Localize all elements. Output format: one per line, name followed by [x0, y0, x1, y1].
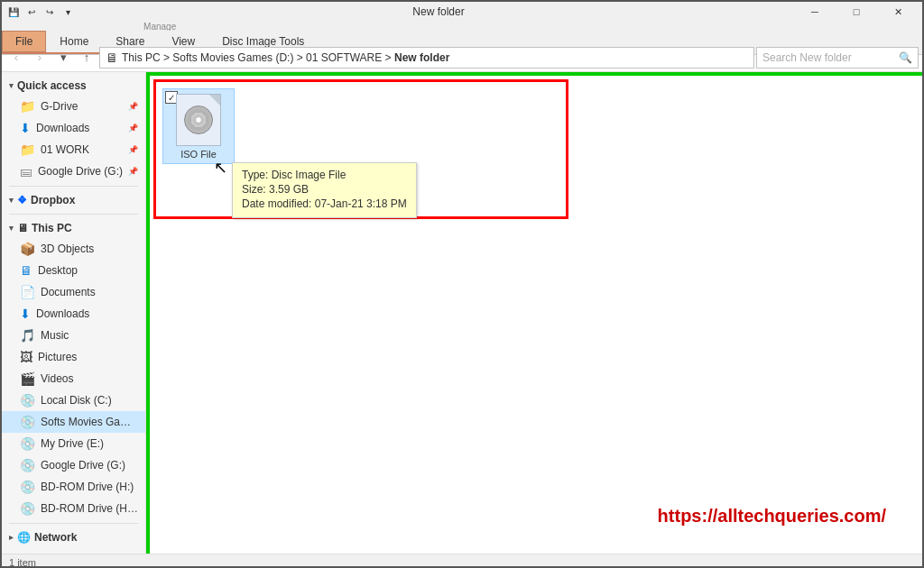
- 01-work-pin-icon: 📌: [128, 145, 138, 154]
- videos-label: Videos: [41, 372, 73, 385]
- window-title: New folder: [83, 5, 794, 18]
- file-tooltip: Type: Disc Image File Size: 3.59 GB Date…: [232, 162, 417, 218]
- sidebar-item-3d-objects[interactable]: 📦 3D Objects: [2, 238, 145, 260]
- disc-icon: [184, 105, 213, 134]
- sidebar-item-bd-rom-h-w[interactable]: 💿 BD-ROM Drive (H:) W: [2, 498, 145, 519]
- sidebar: ▾ Quick access 📁 G-Drive 📌 ⬇ Downloads 📌…: [2, 72, 146, 554]
- 01-work-label: 01 WORK: [41, 143, 89, 156]
- desktop-icon: 🖥: [20, 263, 32, 278]
- iso-file-item[interactable]: ✓ ISO File: [162, 88, 235, 164]
- title-bar: 💾 ↩ ↪ ▾ New folder ─ □ ✕ Manage File Hom…: [2, 2, 922, 43]
- sidebar-item-my-drive-e[interactable]: 💿 My Drive (E:): [2, 433, 145, 454]
- softs-movies-games-label: Softs Movies Games: [41, 416, 138, 428]
- qat-dropdown[interactable]: ▾: [60, 4, 76, 20]
- google-drive-label: Google Drive (G:): [38, 165, 123, 178]
- sidebar-item-g-drive[interactable]: 📁 G-Drive 📌: [2, 96, 145, 117]
- breadcrumb-folder-icon: 🖥: [106, 50, 118, 65]
- forward-button[interactable]: ›: [29, 47, 51, 69]
- sidebar-item-bd-rom-h[interactable]: 💿 BD-ROM Drive (H:): [2, 476, 145, 498]
- google-drive-g-label: Google Drive (G:): [41, 459, 125, 472]
- search-placeholder: Search New folder: [762, 51, 852, 64]
- sidebar-item-google-drive-g[interactable]: 💿 Google Drive (G:): [2, 454, 145, 476]
- downloads-pc-label: Downloads: [36, 307, 89, 320]
- sidebar-section-quick-access[interactable]: ▾ Quick access: [2, 76, 145, 96]
- file-icon-container: [171, 93, 226, 147]
- quick-access-label: Quick access: [17, 79, 87, 92]
- sidebar-item-downloads[interactable]: ⬇ Downloads 📌: [2, 117, 145, 139]
- videos-icon: 🎬: [20, 371, 35, 386]
- g-drive-pin-icon: 📌: [128, 102, 138, 111]
- local-disk-c-icon: 💿: [20, 393, 35, 408]
- breadcrumb: This PC > Softs Movies Games (D:) > 01 S…: [122, 51, 449, 64]
- sidebar-item-desktop[interactable]: 🖥 Desktop: [2, 260, 145, 281]
- my-drive-e-label: My Drive (E:): [41, 437, 104, 450]
- sidebar-divider-3: [9, 523, 138, 524]
- sidebar-item-01-work[interactable]: 📁 01 WORK 📌: [2, 139, 145, 160]
- sidebar-item-softs-movies-games[interactable]: 💿 Softs Movies Games: [2, 411, 145, 433]
- pictures-icon: 🖼: [20, 350, 32, 364]
- qat-undo[interactable]: ↩: [23, 4, 40, 20]
- recent-button[interactable]: ▾: [52, 47, 74, 69]
- address-bar[interactable]: 🖥 This PC > Softs Movies Games (D:) > 01…: [99, 47, 754, 69]
- documents-label: Documents: [41, 286, 96, 298]
- sidebar-item-local-disk-c[interactable]: 💿 Local Disk (C:): [2, 389, 145, 411]
- search-box[interactable]: Search New folder 🔍: [756, 47, 919, 69]
- window-controls: ─ □ ✕: [794, 2, 919, 22]
- tooltip-date: Date modified: 07-Jan-21 3:18 PM: [242, 197, 407, 210]
- sidebar-item-google-drive[interactable]: 🖴 Google Drive (G:) 📌: [2, 160, 145, 182]
- google-drive-icon: 🖴: [20, 164, 32, 179]
- downloads-pc-icon: ⬇: [20, 307, 31, 321]
- downloads-icon: ⬇: [20, 121, 31, 135]
- google-drive-g-icon: 💿: [20, 458, 35, 472]
- downloads-label: Downloads: [36, 122, 89, 134]
- local-disk-c-label: Local Disk (C:): [41, 394, 112, 407]
- sidebar-item-pictures[interactable]: 🖼 Pictures: [2, 346, 145, 368]
- sidebar-item-downloads-pc[interactable]: ⬇ Downloads: [2, 303, 145, 325]
- minimize-button[interactable]: ─: [794, 2, 836, 22]
- dropbox-icon: ❖: [17, 194, 27, 206]
- this-pc-label: This PC: [32, 222, 72, 234]
- g-drive-label: G-Drive: [41, 100, 78, 113]
- status-item-count: 1 item: [9, 557, 36, 568]
- file-label: ISO File: [180, 149, 217, 160]
- network-expand-icon: ▸: [9, 533, 14, 542]
- bd-rom-h-label: BD-ROM Drive (H:): [41, 481, 134, 493]
- 3d-objects-label: 3D Objects: [41, 243, 94, 255]
- g-drive-icon: 📁: [20, 99, 35, 114]
- sidebar-section-network[interactable]: ▸ 🌐 Network: [2, 527, 145, 547]
- close-button[interactable]: ✕: [877, 2, 919, 22]
- pictures-label: Pictures: [38, 351, 77, 363]
- tooltip-size: Size: 3.59 GB: [242, 183, 407, 196]
- up-button[interactable]: ↑: [76, 47, 97, 69]
- sidebar-divider-2: [9, 214, 138, 215]
- desktop-label: Desktop: [38, 264, 78, 277]
- downloads-pin-icon: 📌: [128, 124, 138, 133]
- green-border-top: [146, 72, 922, 76]
- dropbox-expand-icon: ▾: [9, 196, 14, 205]
- tooltip-type: Type: Disc Image File: [242, 169, 407, 181]
- back-button[interactable]: ‹: [5, 47, 27, 69]
- watermark: https://alltechqueries.com/: [658, 506, 886, 527]
- qat-save[interactable]: 💾: [5, 4, 22, 20]
- sidebar-section-this-pc[interactable]: ▾ 🖥 This PC: [2, 218, 145, 238]
- dropbox-label: Dropbox: [31, 194, 75, 206]
- sidebar-section-dropbox[interactable]: ▾ ❖ Dropbox: [2, 190, 145, 210]
- maximize-button[interactable]: □: [836, 2, 877, 22]
- bd-rom-h-icon: 💿: [20, 480, 35, 494]
- qat-redo[interactable]: ↪: [42, 4, 58, 20]
- this-pc-icon: 🖥: [17, 222, 28, 234]
- music-icon: 🎵: [20, 328, 35, 343]
- sidebar-item-videos[interactable]: 🎬 Videos: [2, 368, 145, 389]
- status-bar: 1 item: [2, 554, 922, 568]
- 01-work-icon: 📁: [20, 142, 35, 157]
- this-pc-expand-icon: ▾: [9, 224, 14, 233]
- toolbar: ‹ › ▾ ↑ 🖥 This PC > Softs Movies Games (…: [2, 43, 922, 72]
- network-label: Network: [34, 531, 77, 544]
- quick-access-expand-icon: ▾: [9, 81, 14, 90]
- documents-icon: 📄: [20, 285, 35, 299]
- quick-access-toolbar: 💾 ↩ ↪ ▾: [5, 4, 76, 20]
- sidebar-item-documents[interactable]: 📄 Documents: [2, 281, 145, 303]
- search-icon: 🔍: [899, 51, 912, 64]
- sidebar-item-music[interactable]: 🎵 Music: [2, 325, 145, 346]
- green-border-left: [146, 72, 150, 554]
